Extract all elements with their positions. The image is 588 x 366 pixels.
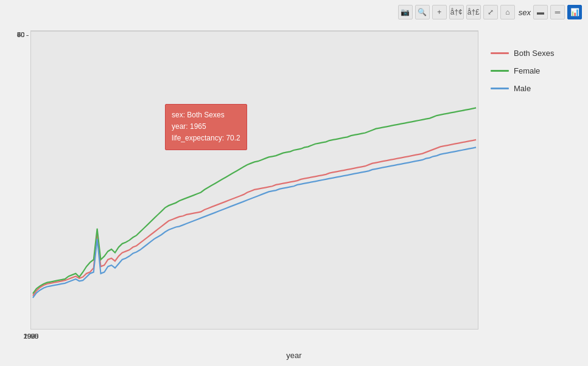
toolbar: 📷 🔍 + å†¢ å†£ ⤢ ⌂ sex ▬ ═ 📊 <box>398 5 582 19</box>
camera-button[interactable]: 📷 <box>398 5 413 19</box>
line-both-sexes <box>33 140 476 295</box>
legend-label-both-sexes: Both Sexes <box>514 49 555 58</box>
barchart-button[interactable]: 📊 <box>567 5 582 19</box>
line2-button[interactable]: ═ <box>550 5 565 19</box>
fit-icon: ⤢ <box>488 8 494 16</box>
chart-svg <box>31 31 478 329</box>
crosshair-button[interactable]: + <box>432 5 447 19</box>
home-button[interactable]: ⌂ <box>500 5 515 19</box>
legend: Both Sexes Female Male <box>491 49 582 102</box>
legend-item-both-sexes: Both Sexes <box>491 49 582 58</box>
chart-area: 40 - 50 - 60 - 70 - 80 - 1900 1925 1950 … <box>30 30 478 330</box>
legend-label-male: Male <box>514 84 531 93</box>
legend-color-both-sexes <box>491 52 509 54</box>
barchart-icon: 📊 <box>570 8 579 16</box>
line-male <box>33 147 476 297</box>
legend-label-female: Female <box>514 66 540 75</box>
line1-icon: ▬ <box>537 8 544 16</box>
y-tick-80: 80 - <box>12 31 29 38</box>
line2-icon: ═ <box>555 8 561 16</box>
home-icon: ⌂ <box>505 8 509 16</box>
zoom-in-icon: å†¢ <box>450 8 463 16</box>
zoom-out-icon: å†£ <box>467 8 480 16</box>
fit-button[interactable]: ⤢ <box>483 5 498 19</box>
legend-item-male: Male <box>491 84 582 93</box>
main-container: 📷 🔍 + å†¢ å†£ ⤢ ⌂ sex ▬ ═ 📊 life_ex <box>0 0 588 366</box>
zoom-in-button[interactable]: å†¢ <box>449 5 464 19</box>
zoom-out-button[interactable]: å†£ <box>466 5 481 19</box>
sex-label: sex <box>519 8 531 17</box>
legend-color-male <box>491 88 509 89</box>
zoom-icon: 🔍 <box>418 8 427 16</box>
line1-button[interactable]: ▬ <box>533 5 548 19</box>
legend-item-female: Female <box>491 66 582 75</box>
legend-color-female <box>491 70 509 72</box>
zoom-button[interactable]: 🔍 <box>415 5 430 19</box>
crosshair-icon: + <box>437 8 441 16</box>
x-axis-label: year <box>286 351 301 360</box>
x-tick-2000: 2000 <box>24 333 38 340</box>
camera-icon: 📷 <box>401 8 410 16</box>
